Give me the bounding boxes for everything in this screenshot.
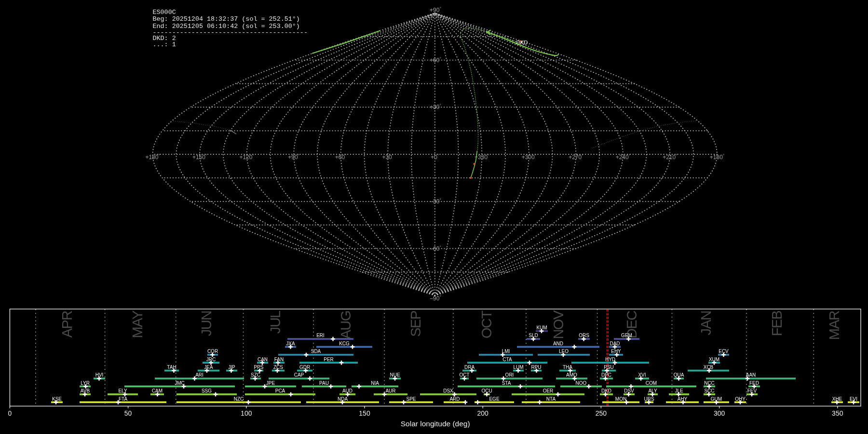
- svg-text:FEV: FEV: [747, 388, 757, 393]
- svg-text:+180°: +180°: [710, 153, 724, 161]
- svg-text:PAU: PAU: [319, 380, 329, 386]
- svg-text:OCT: OCT: [459, 372, 469, 378]
- svg-text:SDA: SDA: [311, 349, 321, 354]
- svg-text:+270°: +270°: [569, 153, 583, 161]
- svg-text:SZC: SZC: [251, 372, 260, 378]
- svg-text:JEA: JEA: [204, 365, 213, 370]
- svg-text:LUM: LUM: [513, 365, 523, 370]
- svg-text:+240°: +240°: [616, 153, 630, 161]
- svg-text:DSX: DSX: [443, 388, 453, 393]
- svg-text:ARI: ARI: [195, 372, 203, 378]
- svg-text:FED: FED: [749, 380, 759, 386]
- svg-text:LEO: LEO: [559, 349, 569, 354]
- svg-text:MON: MON: [615, 396, 626, 402]
- svg-text:+300°: +300°: [522, 153, 536, 161]
- svg-text:EGE: EGE: [489, 396, 499, 402]
- svg-text:AAN: AAN: [746, 372, 756, 378]
- svg-text:+180°: +180°: [145, 153, 160, 161]
- svg-text:JUL: JUL: [268, 311, 283, 334]
- svg-text:XUM: XUM: [709, 357, 719, 362]
- svg-text:SPE: SPE: [406, 396, 416, 402]
- svg-text:XCB: XCB: [704, 365, 714, 370]
- svg-text:AUD: AUD: [342, 388, 353, 393]
- svg-text:NOV: NOV: [551, 310, 566, 339]
- svg-text:DPC: DPC: [601, 372, 611, 378]
- svg-text:GEM: GEM: [621, 333, 632, 338]
- svg-text:OCU: OCU: [481, 388, 492, 393]
- svg-text:NTA: NTA: [546, 396, 556, 402]
- svg-text:PSU: PSU: [604, 365, 614, 370]
- svg-text:CAM: CAM: [152, 388, 163, 393]
- svg-text:EVI: EVI: [850, 396, 857, 402]
- svg-text:350: 350: [832, 409, 843, 417]
- svg-text:EHY: EHY: [611, 349, 621, 354]
- svg-text:SSG: SSG: [202, 388, 212, 393]
- svg-text:−60°: −60°: [430, 245, 441, 252]
- svg-text:HYD: HYD: [605, 357, 615, 362]
- svg-text:ES000C: ES000C: [153, 9, 176, 16]
- svg-text:RPU: RPU: [531, 365, 541, 370]
- svg-text:SCC: SCC: [704, 388, 714, 393]
- svg-text:JLE: JLE: [675, 388, 683, 393]
- svg-text:−30°: −30°: [430, 198, 441, 205]
- svg-text:LMI: LMI: [502, 349, 510, 354]
- svg-text:JPE: JPE: [266, 380, 275, 386]
- svg-text:ARD: ARD: [449, 396, 460, 402]
- svg-text:LYR: LYR: [81, 380, 90, 386]
- svg-text:ECV: ECV: [719, 349, 729, 354]
- svg-text:NCC: NCC: [704, 380, 715, 386]
- svg-text:+30°: +30°: [430, 103, 441, 110]
- svg-text:CAP: CAP: [294, 372, 304, 378]
- svg-text:+120°: +120°: [239, 153, 254, 161]
- svg-text:TAH: TAH: [167, 365, 176, 370]
- svg-text:200: 200: [477, 409, 489, 417]
- svg-text:THA: THA: [563, 365, 572, 370]
- svg-text:+90°: +90°: [288, 153, 299, 161]
- svg-text:AVB: AVB: [81, 388, 90, 393]
- svg-text:Beg: 20251204 18:32:37 (sol =: Beg: 20251204 18:32:37 (sol = 252.51°): [153, 15, 300, 23]
- svg-text:OCT: OCT: [479, 310, 494, 339]
- svg-text:STA: STA: [502, 380, 511, 386]
- svg-text:MAY: MAY: [130, 311, 145, 338]
- svg-text:−90°: −90°: [430, 295, 441, 302]
- svg-text:KCG: KCG: [339, 341, 350, 346]
- svg-text:NIA: NIA: [371, 380, 379, 386]
- svg-text:+60°: +60°: [335, 153, 347, 161]
- svg-text:ELY: ELY: [118, 388, 127, 393]
- svg-text:NDA: NDA: [338, 396, 348, 402]
- svg-text:JRC: JRC: [206, 357, 216, 362]
- svg-text:+150°: +150°: [192, 153, 207, 161]
- svg-text:MAR: MAR: [827, 311, 842, 340]
- svg-text:APR: APR: [59, 311, 75, 338]
- svg-text:DKD: DKD: [516, 40, 528, 45]
- svg-text:FTA: FTA: [119, 396, 127, 402]
- svg-text:PPS: PPS: [254, 365, 263, 370]
- svg-text:JUN: JUN: [199, 311, 214, 336]
- svg-text:KSE: KSE: [52, 396, 62, 402]
- svg-text:AUG: AUG: [338, 311, 353, 339]
- svg-text:ZCS: ZCS: [273, 365, 283, 370]
- svg-text:50: 50: [124, 409, 132, 417]
- svg-text:AMO: AMO: [566, 372, 577, 378]
- svg-text:OER: OER: [543, 388, 554, 393]
- svg-text:FAN: FAN: [274, 357, 284, 362]
- svg-text:GUM: GUM: [711, 396, 722, 402]
- svg-text:ORI: ORI: [505, 372, 514, 378]
- svg-text:QUA: QUA: [674, 372, 684, 378]
- svg-text:300: 300: [714, 409, 725, 417]
- svg-text:NOO: NOO: [576, 380, 587, 386]
- svg-text:ERI: ERI: [316, 333, 325, 338]
- svg-text:0: 0: [8, 409, 12, 417]
- svg-text:URS: URS: [644, 396, 654, 402]
- svg-text:DKD: DKD: [601, 388, 611, 393]
- svg-text:FEB: FEB: [769, 311, 785, 336]
- svg-text:+30°: +30°: [382, 153, 393, 161]
- svg-text:+210°: +210°: [663, 153, 677, 161]
- svg-text:HVI: HVI: [95, 372, 104, 378]
- svg-text:OHY: OHY: [735, 396, 746, 402]
- svg-text:150: 150: [359, 409, 370, 417]
- svg-text:NUE: NUE: [390, 372, 400, 378]
- svg-text:JMC: JMC: [175, 380, 185, 386]
- svg-text:JXA: JXA: [286, 341, 295, 346]
- svg-text:PCA: PCA: [275, 388, 285, 393]
